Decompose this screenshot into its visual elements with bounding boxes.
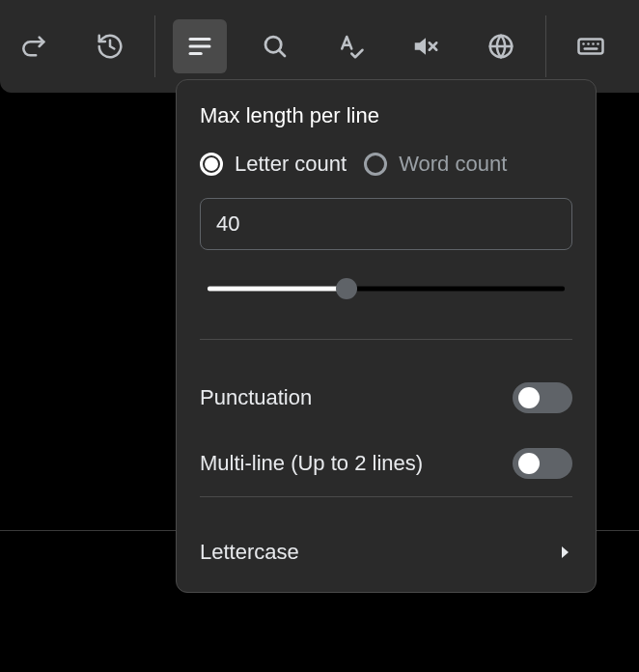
panel-divider: [200, 339, 572, 340]
svg-rect-10: [579, 40, 603, 54]
search-button[interactable]: [248, 19, 302, 73]
max-length-slider[interactable]: [208, 277, 565, 300]
spellcheck-button[interactable]: [323, 19, 377, 73]
redo-icon: [21, 33, 48, 60]
row-label: Lettercase: [200, 540, 299, 565]
count-mode-radio-group: Letter count Word count: [200, 152, 572, 177]
letter-count-radio[interactable]: Letter count: [200, 152, 347, 177]
svg-line-4: [279, 50, 285, 56]
line-length-button[interactable]: [173, 19, 227, 73]
radio-label: Word count: [399, 152, 507, 177]
spellcheck-icon: [336, 32, 365, 61]
toolbar-divider-2: [545, 15, 546, 77]
toolbar-divider: [154, 15, 155, 77]
slider-thumb[interactable]: [336, 278, 357, 299]
radio-label: Letter count: [235, 152, 347, 177]
lettercase-row[interactable]: Lettercase: [200, 522, 572, 582]
panel-divider-2: [200, 496, 572, 497]
chevron-right-icon: [559, 546, 572, 559]
panel-title: Max length per line: [200, 103, 572, 128]
history-icon: [96, 32, 125, 61]
line-length-panel: Max length per line Letter count Word co…: [176, 79, 597, 593]
punctuation-toggle[interactable]: [513, 382, 572, 413]
slider-fill: [208, 287, 347, 292]
keyboard-button[interactable]: [564, 19, 618, 73]
multiline-toggle[interactable]: [513, 448, 572, 479]
toggle-knob: [518, 387, 540, 408]
radio-icon: [200, 153, 223, 176]
globe-icon: [486, 32, 515, 61]
row-label: Punctuation: [200, 385, 312, 410]
punctuation-row: Punctuation: [200, 365, 572, 431]
lines-icon: [185, 32, 214, 61]
keyboard-icon: [576, 32, 605, 61]
history-button[interactable]: [83, 19, 137, 73]
max-length-input[interactable]: [200, 198, 572, 250]
volume-mute-icon: [411, 32, 440, 61]
search-icon: [261, 32, 290, 61]
multiline-row: Multi-line (Up to 2 lines): [200, 431, 572, 496]
mute-button[interactable]: [399, 19, 453, 73]
radio-icon: [364, 153, 387, 176]
toggle-knob: [518, 453, 540, 474]
row-label: Multi-line (Up to 2 lines): [200, 451, 423, 476]
word-count-radio[interactable]: Word count: [364, 152, 507, 177]
language-button[interactable]: [474, 19, 528, 73]
redo-button[interactable]: [8, 19, 62, 73]
